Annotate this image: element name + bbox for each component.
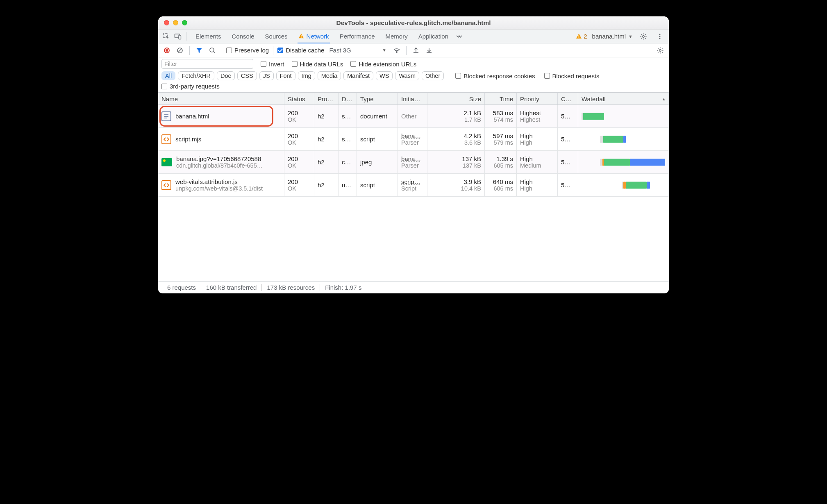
disable-cache-checkbox[interactable]: Disable cache: [277, 47, 324, 54]
svg-point-18: [659, 49, 661, 51]
chevron-down-icon: ▼: [628, 34, 633, 39]
col-waterfall[interactable]: Waterfall: [578, 93, 669, 104]
col-priority[interactable]: Priority: [517, 93, 558, 104]
script-icon: [161, 134, 171, 144]
col-time[interactable]: Time: [485, 93, 517, 104]
kebab-menu-icon[interactable]: [654, 33, 666, 40]
cell-protocol: h2: [314, 105, 339, 127]
cell-name: banana.html: [158, 105, 284, 127]
type-filter-media[interactable]: Media: [318, 71, 341, 80]
network-conditions-icon[interactable]: [391, 45, 402, 56]
titlebar: DevTools - speculative-rules.glitch.me/b…: [158, 16, 669, 30]
preserve-log-checkbox[interactable]: Preserve log: [226, 47, 269, 54]
type-filter-font[interactable]: Font: [276, 71, 295, 80]
type-filter-img[interactable]: Img: [298, 71, 315, 80]
blocked-requests-checkbox[interactable]: Blocked requests: [544, 73, 600, 79]
cell-waterfall: [578, 174, 669, 196]
target-selector[interactable]: banana.html ▼: [592, 33, 633, 40]
close-icon[interactable]: [164, 20, 169, 25]
svg-point-15: [210, 48, 214, 52]
third-party-checkbox[interactable]: 3rd-party requests: [161, 83, 220, 90]
type-filter-fetch-xhr[interactable]: Fetch/XHR: [178, 71, 214, 80]
more-tabs-icon[interactable]: [453, 30, 465, 43]
svg-point-9: [659, 36, 661, 37]
zoom-icon[interactable]: [182, 20, 187, 25]
cell-domain: sp…: [339, 128, 357, 150]
tab-sources[interactable]: Sources: [264, 30, 289, 43]
cell-initiator: scrip…Script: [398, 174, 427, 196]
table-row[interactable]: banana.jpg?v=1705668720588cdn.glitch.glo…: [158, 151, 669, 174]
type-filter-manifest[interactable]: Manifest: [343, 71, 373, 80]
table-row[interactable]: script.mjs 200OK h2 sp… script bana…Pars…: [158, 128, 669, 151]
cell-initiator: bana…Parser: [398, 151, 427, 173]
cell-waterfall: [578, 105, 669, 127]
type-filter-js[interactable]: JS: [259, 71, 274, 80]
export-har-icon[interactable]: [411, 45, 421, 56]
invert-checkbox[interactable]: Invert: [261, 61, 284, 68]
svg-line-16: [214, 52, 215, 53]
hide-data-urls-checkbox[interactable]: Hide data URLs: [292, 61, 343, 68]
tab-performance[interactable]: Performance: [339, 30, 376, 43]
table-row[interactable]: banana.html 200OK h2 sp… document Other …: [158, 105, 669, 128]
device-toolbar-icon[interactable]: [172, 30, 184, 43]
col-protocol[interactable]: Pro…: [314, 93, 339, 104]
devtools-window: DevTools - speculative-rules.glitch.me/b…: [158, 16, 669, 293]
minimize-icon[interactable]: [173, 20, 178, 25]
warning-icon: [298, 33, 304, 39]
cell-initiator: Other: [398, 105, 427, 127]
svg-point-8: [659, 34, 661, 35]
issues-count[interactable]: 2: [576, 33, 587, 40]
document-icon: [161, 111, 171, 121]
clear-icon[interactable]: [175, 45, 185, 56]
tab-memory[interactable]: Memory: [385, 30, 409, 43]
network-toolbar: Preserve log Disable cache Fast 3G ▼: [158, 43, 669, 57]
cell-connection: 5…: [558, 151, 578, 173]
col-type[interactable]: Type: [357, 93, 398, 104]
record-icon[interactable]: [161, 45, 172, 56]
col-domain[interactable]: D…: [339, 93, 357, 104]
filter-input[interactable]: [161, 59, 253, 69]
col-status[interactable]: Status: [284, 93, 314, 104]
status-bar: 6 requests 160 kB transferred 173 kB res…: [158, 281, 669, 293]
col-initiator[interactable]: Initia…: [398, 93, 427, 104]
blocked-cookies-checkbox[interactable]: Blocked response cookies: [455, 73, 535, 79]
tab-elements[interactable]: Elements: [195, 30, 222, 43]
image-icon: [161, 158, 172, 166]
cell-protocol: h2: [314, 151, 339, 173]
col-size[interactable]: Size: [427, 93, 485, 104]
cell-time: 583 ms574 ms: [485, 105, 517, 127]
panel-tabs: ElementsConsoleSourcesNetworkPerformance…: [158, 30, 669, 43]
svg-point-7: [643, 35, 645, 37]
tab-console[interactable]: Console: [231, 30, 255, 43]
table-row[interactable]: web-vitals.attribution.jsunpkg.com/web-v…: [158, 174, 669, 197]
status-finish: Finish: 1.97 s: [320, 284, 366, 291]
search-icon[interactable]: [207, 45, 218, 56]
cell-size: 2.1 kB1.7 kB: [427, 105, 485, 127]
svg-point-17: [396, 51, 397, 52]
import-har-icon[interactable]: [424, 45, 434, 56]
col-name[interactable]: Name: [158, 93, 284, 104]
type-filter-doc[interactable]: Doc: [217, 71, 235, 80]
type-filter-wasm[interactable]: Wasm: [395, 71, 419, 80]
cell-priority: HighHigh: [517, 174, 558, 196]
cell-type: script: [357, 128, 398, 150]
svg-rect-5: [579, 35, 579, 37]
hide-extension-urls-checkbox[interactable]: Hide extension URLs: [350, 61, 416, 68]
col-connection[interactable]: C…: [558, 93, 578, 104]
tab-network[interactable]: Network: [298, 30, 330, 43]
filter-icon[interactable]: [194, 45, 204, 56]
type-filter-css[interactable]: CSS: [237, 71, 257, 80]
inspect-element-icon[interactable]: [161, 30, 172, 43]
cell-type: jpeg: [357, 151, 398, 173]
type-filter-all[interactable]: All: [161, 71, 175, 80]
throttle-selector[interactable]: Fast 3G ▼: [327, 47, 389, 54]
svg-rect-2: [179, 35, 181, 39]
gear-icon[interactable]: [655, 45, 666, 56]
gear-icon[interactable]: [638, 33, 649, 40]
cell-time: 640 ms606 ms: [485, 174, 517, 196]
type-filter-other[interactable]: Other: [422, 71, 444, 80]
cell-name: web-vitals.attribution.jsunpkg.com/web-v…: [158, 174, 284, 196]
cell-status: 200OK: [284, 174, 314, 196]
type-filter-ws[interactable]: WS: [376, 71, 393, 80]
tab-application[interactable]: Application: [418, 30, 449, 43]
